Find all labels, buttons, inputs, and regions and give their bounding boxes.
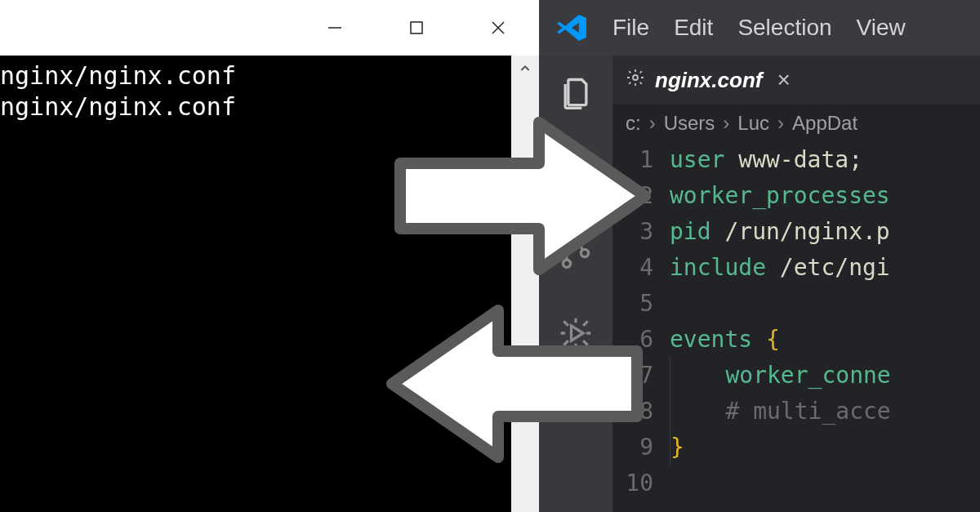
vscode-logo-icon: [555, 11, 588, 44]
menu-selection[interactable]: Selection: [737, 15, 831, 41]
chevron-right-icon: ›: [723, 112, 729, 135]
terminal-window: nginx/nginx.conf nginx/nginx.conf: [0, 0, 539, 512]
tab-close-icon[interactable]: ×: [777, 67, 790, 93]
svg-point-4: [563, 160, 584, 181]
breadcrumb-users[interactable]: Users: [664, 112, 715, 135]
code-editor[interactable]: 12345678910 user www-data;worker_process…: [612, 142, 980, 512]
minimize-button[interactable]: [294, 0, 376, 56]
activity-bar: [539, 56, 612, 512]
breadcrumbs[interactable]: c: › Users › Luc › AppDat: [612, 105, 980, 142]
svg-point-6: [563, 239, 570, 247]
scroll-up-icon[interactable]: [511, 56, 539, 82]
svg-point-8: [581, 249, 588, 256]
editor-area: nginx.conf × c: › Users › Luc › AppDat 1…: [612, 56, 980, 512]
svg-rect-1: [411, 22, 422, 33]
svg-marker-9: [572, 326, 584, 341]
search-icon[interactable]: [556, 154, 595, 193]
maximize-button[interactable]: [376, 0, 457, 56]
vscode-window: File Edit Selection View: [539, 0, 980, 512]
menu-view[interactable]: View: [857, 15, 906, 41]
svg-point-7: [563, 260, 570, 267]
breadcrumb-appdata[interactable]: AppDat: [792, 112, 858, 135]
scrollbar[interactable]: [511, 56, 539, 512]
breadcrumb-c[interactable]: c:: [626, 112, 641, 135]
breadcrumb-luc[interactable]: Luc: [737, 112, 769, 135]
gear-icon: [626, 68, 645, 93]
line-numbers: 12345678910: [612, 142, 670, 512]
svg-point-10: [633, 75, 638, 80]
close-button[interactable]: [457, 0, 539, 56]
chevron-right-icon: ›: [649, 112, 656, 135]
code-content[interactable]: user www-data;worker_processespid /run/n…: [670, 142, 980, 512]
svg-line-5: [581, 178, 590, 187]
source-control-icon[interactable]: [556, 234, 595, 273]
tab-bar: nginx.conf ×: [612, 56, 980, 105]
explorer-icon[interactable]: [556, 73, 595, 113]
terminal-output: nginx/nginx.conf nginx/nginx.conf: [0, 56, 511, 512]
terminal-body[interactable]: nginx/nginx.conf nginx/nginx.conf: [0, 56, 539, 512]
debug-icon[interactable]: [556, 314, 595, 353]
menu-file[interactable]: File: [612, 15, 649, 41]
titlebar: [0, 0, 539, 56]
menubar: File Edit Selection View: [539, 0, 980, 56]
menu-edit[interactable]: Edit: [674, 15, 713, 41]
tab-title[interactable]: nginx.conf: [655, 68, 762, 93]
chevron-right-icon: ›: [777, 112, 784, 135]
